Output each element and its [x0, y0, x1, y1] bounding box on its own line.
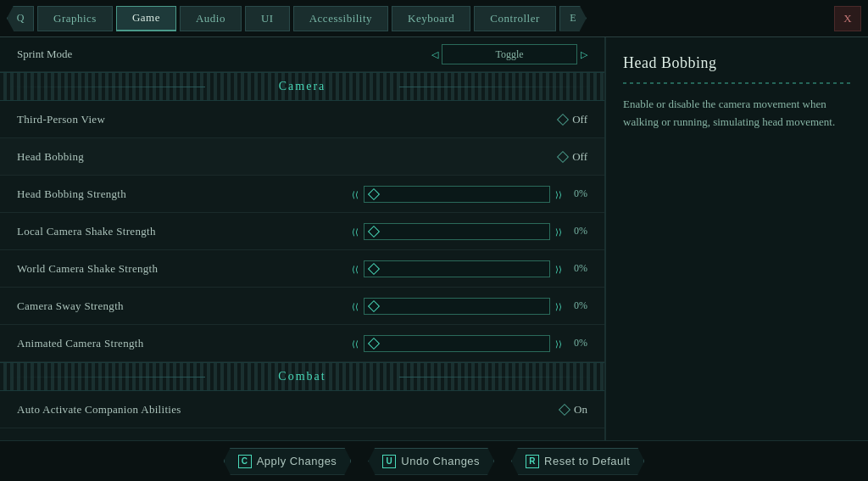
settings-panel: Sprint Mode ◁ Toggle ▷ Camera Third-Pers… — [0, 37, 605, 440]
slider-left-arrow-icon[interactable] — [352, 338, 359, 349]
third-person-view-control[interactable]: Off — [559, 113, 587, 126]
slider-right-arrow-icon[interactable] — [555, 301, 562, 311]
head-bobbing-strength-value: 0% — [567, 187, 587, 200]
tab-ui[interactable]: UI — [245, 6, 290, 31]
world-camera-shake-label: World Camera Shake Strength — [17, 262, 352, 276]
world-camera-shake-row: World Camera Shake Strength 0% — [0, 250, 604, 288]
camera-sway-label: Camera Sway Strength — [17, 299, 352, 313]
slider-right-arrow-icon[interactable] — [555, 264, 562, 274]
top-navigation: Q Graphics Game Audio UI Accessibility K… — [0, 0, 868, 37]
close-button[interactable]: X — [834, 6, 861, 31]
slider-left-arrow-icon[interactable] — [352, 189, 359, 199]
third-person-view-row: Third-Person View Off — [0, 101, 604, 138]
reset-to-default-button[interactable]: R Reset to Default — [511, 448, 644, 475]
info-panel-description: Enable or disable the camera movement wh… — [623, 96, 851, 131]
sprint-mode-row: Sprint Mode ◁ Toggle ▷ — [0, 37, 604, 72]
slider-thumb — [368, 225, 380, 237]
apply-key-icon: C — [238, 455, 252, 468]
slider-left-arrow-icon[interactable] — [352, 301, 359, 311]
world-camera-shake-control[interactable]: 0% — [352, 260, 587, 277]
apply-changes-label: Apply Changes — [257, 455, 337, 467]
head-bobbing-control[interactable]: Off — [559, 150, 587, 164]
sprint-mode-value: Toggle — [442, 44, 577, 64]
slider-right-arrow-icon[interactable] — [555, 338, 562, 349]
third-person-view-value: Off — [572, 113, 587, 126]
tab-graphics[interactable]: Graphics — [37, 6, 113, 31]
slider-thumb — [368, 262, 380, 274]
world-camera-shake-slider[interactable] — [364, 260, 550, 277]
apply-changes-button[interactable]: C Apply Changes — [224, 448, 352, 475]
head-bobbing-strength-row: Head Bobbing Strength 0% — [0, 176, 604, 213]
sprint-mode-selector[interactable]: ◁ Toggle ▷ — [431, 44, 587, 64]
local-camera-shake-row: Local Camera Shake Strength 0% — [0, 213, 604, 250]
camera-sway-slider[interactable] — [364, 298, 550, 315]
third-person-view-label: Third-Person View — [17, 113, 559, 126]
tab-keyboard[interactable]: Keyboard — [392, 6, 470, 31]
reset-key-icon: R — [526, 455, 539, 468]
toggle-diamond-icon — [557, 150, 569, 162]
main-content: Sprint Mode ◁ Toggle ▷ Camera Third-Pers… — [0, 37, 868, 440]
nav-corner-left[interactable]: Q — [7, 6, 34, 31]
camera-sway-control[interactable]: 0% — [352, 298, 587, 315]
sprint-mode-label: Sprint Mode — [17, 48, 431, 61]
animated-camera-control[interactable]: 0% — [352, 335, 587, 352]
slider-thumb — [368, 299, 380, 311]
info-panel: Head Bobbing Enable or disable the camer… — [605, 37, 868, 440]
undo-changes-button[interactable]: U Undo Changes — [368, 448, 494, 475]
animated-camera-value: 0% — [567, 337, 587, 350]
local-camera-shake-label: Local Camera Shake Strength — [17, 225, 352, 238]
world-camera-shake-value: 0% — [567, 262, 587, 275]
auto-activate-companion-label: Auto Activate Companion Abilities — [17, 403, 560, 417]
camera-sway-row: Camera Sway Strength 0% — [0, 288, 604, 325]
sprint-arrow-left[interactable]: ◁ — [431, 49, 438, 60]
tab-audio[interactable]: Audio — [180, 6, 242, 31]
slider-left-arrow-icon[interactable] — [352, 264, 359, 274]
auto-activate-companion-control[interactable]: On — [560, 403, 587, 417]
slider-left-arrow-icon[interactable] — [352, 227, 359, 237]
local-camera-shake-slider[interactable] — [364, 223, 550, 240]
undo-changes-label: Undo Changes — [401, 455, 480, 467]
reset-to-default-label: Reset to Default — [544, 455, 630, 467]
animated-camera-row: Animated Camera Strength 0% — [0, 325, 604, 362]
info-panel-divider — [623, 82, 851, 84]
tab-controller[interactable]: Controller — [474, 6, 555, 31]
auto-activate-companion-value: On — [574, 403, 587, 417]
head-bobbing-value: Off — [572, 150, 587, 164]
auto-activate-companion-row: Auto Activate Companion Abilities On — [0, 391, 604, 428]
bottom-bar: C Apply Changes U Undo Changes R Reset t… — [0, 440, 868, 481]
animated-camera-slider[interactable] — [364, 335, 550, 352]
slider-thumb — [368, 187, 380, 199]
head-bobbing-strength-slider[interactable] — [364, 186, 550, 203]
combat-section-header: Combat — [0, 362, 604, 391]
tab-accessibility[interactable]: Accessibility — [293, 6, 388, 31]
camera-sway-value: 0% — [567, 299, 587, 312]
camera-section-title: Camera — [205, 80, 400, 93]
local-camera-shake-control[interactable]: 0% — [352, 223, 587, 240]
slider-right-arrow-icon[interactable] — [555, 227, 562, 237]
head-bobbing-strength-label: Head Bobbing Strength — [17, 187, 352, 201]
nav-corner-right[interactable]: E — [559, 6, 587, 31]
head-bobbing-strength-control[interactable]: 0% — [352, 186, 587, 203]
sprint-arrow-right[interactable]: ▷ — [581, 49, 587, 60]
undo-key-icon: U — [382, 455, 396, 468]
head-bobbing-row: Head Bobbing Off — [0, 138, 604, 176]
tab-game[interactable]: Game — [116, 6, 176, 31]
local-camera-shake-value: 0% — [567, 225, 587, 238]
toggle-diamond-icon — [557, 113, 569, 125]
slider-right-arrow-icon[interactable] — [555, 189, 562, 199]
toggle-diamond-icon — [559, 403, 570, 415]
combat-section-title: Combat — [205, 370, 400, 383]
animated-camera-label: Animated Camera Strength — [17, 337, 352, 350]
head-bobbing-label: Head Bobbing — [17, 150, 559, 164]
info-panel-title: Head Bobbing — [623, 54, 851, 72]
slider-thumb — [368, 337, 380, 349]
camera-section-header: Camera — [0, 72, 604, 101]
